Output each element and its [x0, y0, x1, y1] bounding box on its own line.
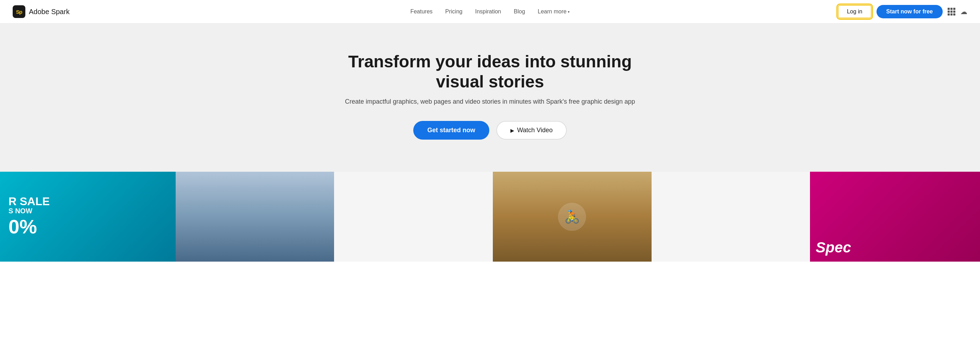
bike-figure: 🚴	[558, 203, 586, 231]
sale-text: R SALE	[8, 196, 167, 207]
hero-actions: Get started now ▶ Watch Video	[7, 121, 973, 140]
nav-links: Features Pricing Inspiration Blog Learn …	[410, 8, 570, 15]
logo-icon: Sp	[13, 5, 25, 18]
gallery-item-white2	[652, 172, 810, 262]
start-now-button[interactable]: Start now for free	[877, 5, 943, 18]
sale-pct: 0%	[8, 215, 167, 238]
nav-link-features[interactable]: Features	[410, 8, 433, 15]
navigation: Sp Adobe Spark Features Pricing Inspirat…	[0, 0, 980, 24]
gallery-item-mountain	[176, 172, 334, 262]
nav-link-blog[interactable]: Blog	[514, 8, 525, 15]
get-started-button[interactable]: Get started now	[413, 121, 489, 140]
login-button[interactable]: Log in	[838, 5, 872, 18]
nav-link-pricing[interactable]: Pricing	[445, 8, 463, 15]
gallery-strip: R SALE S NOW 0% 🚴 Spec	[0, 172, 980, 262]
nav-link-inspiration[interactable]: Inspiration	[475, 8, 501, 15]
apps-grid-icon[interactable]	[948, 8, 955, 16]
gallery-item-bike: 🚴	[493, 172, 652, 262]
cloud-icon[interactable]: ☁	[960, 7, 967, 16]
nav-brand-area: Sp Adobe Spark	[13, 5, 70, 18]
gallery-item-magenta: Spec	[810, 172, 980, 262]
watch-video-button[interactable]: ▶ Watch Video	[496, 121, 567, 140]
play-icon: ▶	[511, 128, 514, 133]
nav-actions: Log in Start now for free ☁	[838, 5, 967, 18]
learn-more-chevron-icon: ▾	[568, 10, 570, 14]
nav-link-learn-more[interactable]: Learn more ▾	[538, 8, 570, 15]
spec-text: Spec	[816, 239, 851, 256]
sale-sub: S NOW	[8, 207, 167, 215]
hero-section: Transform your ideas into stunning visua…	[0, 24, 980, 172]
hero-subtitle: Create impactful graphics, web pages and…	[7, 98, 973, 105]
brand-name: Adobe Spark	[29, 8, 70, 16]
gallery-item-white	[334, 172, 493, 262]
hero-title: Transform your ideas into stunning visua…	[332, 52, 648, 92]
gallery-item-teal: R SALE S NOW 0%	[0, 172, 176, 262]
